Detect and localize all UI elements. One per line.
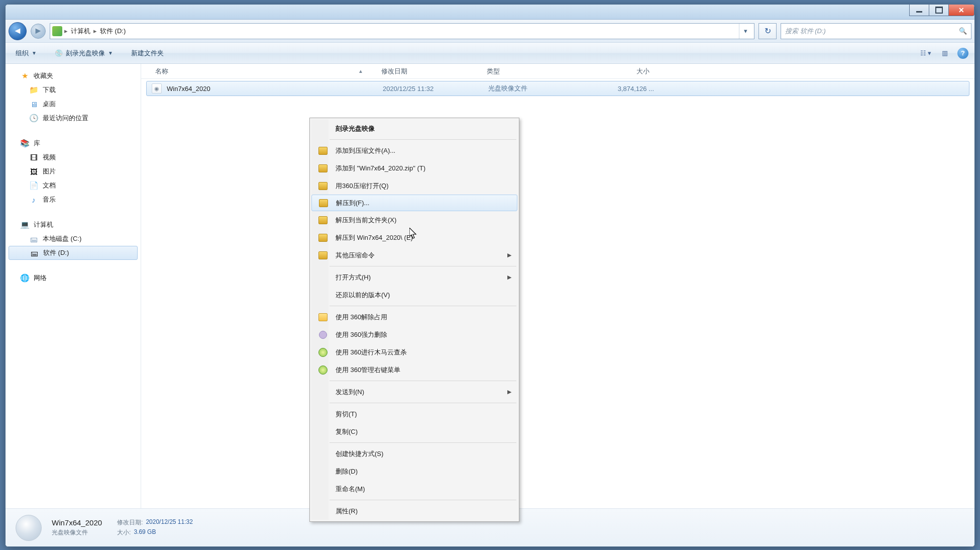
network-icon: 🌐 — [20, 273, 30, 283]
star-icon: ★ — [20, 71, 30, 80]
column-size[interactable]: 大小 — [583, 67, 654, 76]
close-button[interactable] — [948, 4, 974, 16]
file-size: 3,874,126 ... — [589, 85, 654, 93]
cm-open-360zip[interactable]: 用360压缩打开(Q) — [311, 177, 517, 195]
cm-separator — [330, 306, 516, 306]
cm-extract-here[interactable]: 解压到当前文件夹(X) — [311, 211, 517, 229]
search-input[interactable]: 搜索 软件 (D:) 🔍 — [781, 23, 971, 39]
cm-360-manage-menu[interactable]: 使用 360管理右键菜单 — [311, 361, 517, 379]
sidebar-videos[interactable]: 🎞 视频 — [6, 150, 141, 164]
sidebar-music[interactable]: ♪ 音乐 — [6, 193, 141, 207]
archive-icon — [318, 164, 328, 172]
cm-create-shortcut[interactable]: 创建快捷方式(S) — [311, 445, 517, 463]
sidebar-network[interactable]: 🌐 网络 — [6, 271, 141, 285]
sidebar-local-c[interactable]: 🖴 本地磁盘 (C:) — [6, 232, 141, 246]
organize-button[interactable]: 组织 ▼ — [12, 47, 41, 60]
archive-icon — [318, 251, 328, 259]
file-list[interactable]: ◉ Win7x64_2020 2020/12/25 11:32 光盘映像文件 3… — [141, 79, 974, 508]
address-dropdown[interactable]: ▾ — [739, 24, 752, 39]
context-menu: 刻录光盘映像 添加到压缩文件(A)... 添加到 "Win7x64_2020.z… — [309, 118, 519, 522]
manage-icon — [318, 365, 328, 375]
cm-separator — [330, 266, 516, 266]
cm-burn-image[interactable]: 刻录光盘映像 — [311, 120, 517, 137]
dropdown-icon: ▼ — [108, 50, 113, 56]
sidebar-pictures[interactable]: 🖼 图片 — [6, 164, 141, 178]
new-folder-button[interactable]: 新建文件夹 — [127, 47, 168, 60]
details-date-label: 修改日期: — [117, 518, 143, 527]
cm-extract-to[interactable]: 解压到(F)... — [311, 195, 517, 211]
cm-separator — [330, 500, 516, 500]
document-icon: 📄 — [29, 181, 39, 190]
breadcrumb-sep: ▸ — [93, 27, 97, 35]
breadcrumb-computer[interactable]: 计算机 — [68, 27, 93, 36]
details-date-value: 2020/12/25 11:32 — [146, 518, 192, 527]
cm-separator — [330, 403, 516, 403]
sidebar-computer[interactable]: 💻 计算机 — [6, 218, 141, 232]
recent-icon: 🕓 — [29, 114, 39, 123]
preview-pane-button[interactable]: ▥ — [938, 47, 951, 59]
cm-extract-folder[interactable]: 解压到 Win7x64_2020\ (E) — [311, 229, 517, 246]
refresh-button[interactable]: ↻ — [758, 23, 777, 39]
maximize-button[interactable] — [929, 4, 949, 16]
sidebar-favorites[interactable]: ★ 收藏夹 — [6, 69, 141, 83]
sidebar-libraries[interactable]: 📚 库 — [6, 136, 141, 150]
cm-360-force-delete[interactable]: 使用 360强力删除 — [311, 326, 517, 343]
column-headers: 名称 ▲ 修改日期 类型 大小 — [141, 64, 974, 79]
cm-send-to[interactable]: 发送到(N) ▶ — [311, 383, 517, 401]
cm-add-zip[interactable]: 添加到 "Win7x64_2020.zip" (T) — [311, 159, 517, 177]
cm-rename[interactable]: 重命名(M) — [311, 480, 517, 498]
sidebar-downloads[interactable]: 📁 下载 — [6, 83, 141, 97]
window-controls — [910, 4, 974, 16]
file-name: Win7x64_2020 — [167, 85, 383, 93]
cm-open-with[interactable]: 打开方式(H) ▶ — [311, 268, 517, 286]
burn-image-button[interactable]: 💿 刻录光盘映像 ▼ — [51, 47, 117, 60]
picture-icon: 🖼 — [29, 167, 39, 176]
submenu-arrow-icon: ▶ — [507, 389, 511, 395]
details-thumbnail-icon — [16, 515, 42, 541]
cm-360-scan[interactable]: 使用 360进行木马云查杀 — [311, 343, 517, 361]
titlebar — [6, 5, 974, 20]
cm-cut[interactable]: 剪切(T) — [311, 405, 517, 423]
cm-other-zip[interactable]: 其他压缩命令 ▶ — [311, 246, 517, 264]
toolbar: 组织 ▼ 💿 刻录光盘映像 ▼ 新建文件夹 ☷ ▾ ▥ ? — [6, 43, 974, 64]
minimize-button[interactable] — [909, 4, 929, 16]
view-options-button[interactable]: ☷ ▾ — [919, 47, 932, 59]
archive-icon — [318, 234, 328, 242]
drive-icon: 🖴 — [29, 248, 39, 257]
computer-icon: 💻 — [20, 220, 30, 229]
content-area: 名称 ▲ 修改日期 类型 大小 ◉ Win7x64_2020 2020/12/2… — [141, 64, 974, 508]
archive-icon — [318, 147, 328, 155]
details-size-value: 3.69 GB — [134, 528, 156, 537]
details-type: 光盘映像文件 — [52, 528, 102, 537]
sidebar-recent[interactable]: 🕓 最近访问的位置 — [6, 111, 141, 125]
cm-add-archive[interactable]: 添加到压缩文件(A)... — [311, 142, 517, 159]
navigation-sidebar: ★ 收藏夹 📁 下载 🖥 桌面 🕓 最近访问的位置 📚 — [6, 64, 141, 508]
sidebar-documents[interactable]: 📄 文档 — [6, 178, 141, 193]
address-bar[interactable]: ▸ 计算机 ▸ 软件 (D:) ▾ — [50, 23, 754, 39]
navigation-bar: ◄ ► ▸ 计算机 ▸ 软件 (D:) ▾ ↻ 搜索 软件 (D:) 🔍 — [6, 20, 974, 43]
file-row[interactable]: ◉ Win7x64_2020 2020/12/25 11:32 光盘映像文件 3… — [146, 81, 969, 96]
breadcrumb-drive[interactable]: 软件 (D:) — [97, 27, 129, 36]
file-type: 光盘映像文件 — [488, 84, 589, 93]
archive-icon — [318, 182, 328, 190]
column-date[interactable]: 修改日期 — [377, 67, 483, 76]
cm-360-unlock[interactable]: 使用 360解除占用 — [311, 308, 517, 326]
location-icon — [52, 26, 62, 36]
dropdown-icon: ▼ — [32, 50, 37, 56]
sidebar-desktop[interactable]: 🖥 桌面 — [6, 97, 141, 111]
cm-restore-prev[interactable]: 还原以前的版本(V) — [311, 286, 517, 304]
back-button[interactable]: ◄ — [9, 22, 27, 40]
breadcrumb-sep: ▸ — [64, 27, 68, 35]
sidebar-software-d[interactable]: 🖴 软件 (D:) — [9, 246, 138, 260]
force-delete-icon — [319, 331, 327, 339]
forward-button[interactable]: ► — [31, 24, 46, 39]
help-button[interactable]: ? — [957, 48, 968, 59]
submenu-arrow-icon: ▶ — [507, 274, 511, 281]
column-name[interactable]: 名称 ▲ — [151, 67, 377, 76]
cm-copy[interactable]: 复制(C) — [311, 423, 517, 440]
cm-delete[interactable]: 删除(D) — [311, 463, 517, 480]
column-type[interactable]: 类型 — [483, 67, 583, 76]
search-icon[interactable]: 🔍 — [959, 27, 967, 35]
search-placeholder: 搜索 软件 (D:) — [785, 27, 826, 36]
cm-properties[interactable]: 属性(R) — [311, 502, 517, 520]
